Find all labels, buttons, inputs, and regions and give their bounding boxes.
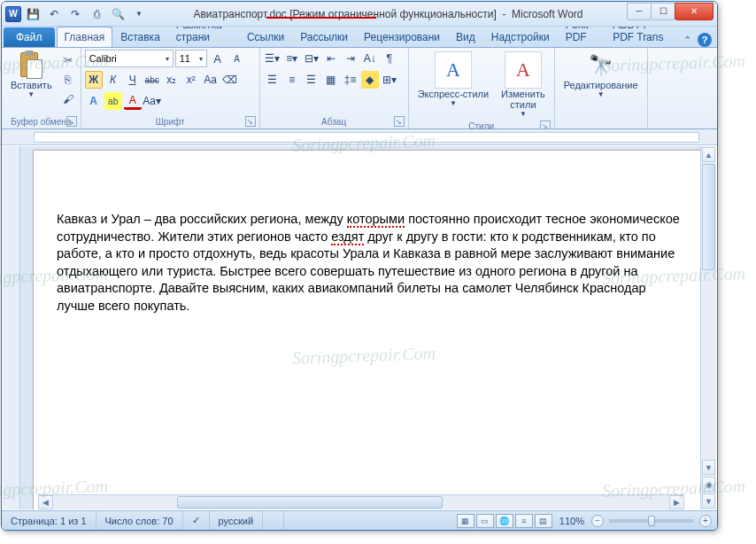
horizontal-ruler[interactable]	[2, 129, 717, 145]
view-outline-icon[interactable]: ≡	[515, 514, 533, 528]
paste-label: Вставить	[11, 80, 52, 90]
group-font: Calibri▾ 11▾ A A Ж К Ч abc x₂ x² Aa ⌫ A	[81, 48, 260, 128]
show-marks-icon[interactable]: ¶	[381, 50, 398, 67]
shading-icon[interactable]: ◆	[361, 71, 379, 89]
zoom-out-button[interactable]: −	[591, 515, 604, 527]
clear-format-icon[interactable]: ⌫	[221, 71, 239, 89]
qat-extra1-icon[interactable]: ⎙	[87, 4, 106, 24]
tab-home[interactable]: Главная	[57, 27, 113, 47]
superscript-button[interactable]: x²	[182, 71, 200, 89]
decrease-indent-icon[interactable]: ⇤	[322, 50, 340, 67]
align-right-icon[interactable]: ☰	[303, 71, 320, 89]
hscroll-thumb[interactable]	[177, 496, 443, 509]
sort-icon[interactable]: A↓	[361, 50, 379, 67]
increase-indent-icon[interactable]: ⇥	[342, 50, 359, 67]
shrink-font-icon[interactable]: A	[228, 50, 246, 67]
format-painter-icon[interactable]: 🖌	[59, 90, 77, 108]
highlight-color-icon[interactable]: ab	[104, 92, 122, 110]
status-wordcount[interactable]: Число слов: 70	[96, 511, 183, 530]
multilevel-icon[interactable]: ⊟▾	[303, 50, 320, 67]
spellcheck-word[interactable]: которыми	[347, 212, 405, 228]
group-font-label: Шрифт↘	[85, 115, 256, 128]
font-name-dropdown[interactable]: Calibri▾	[85, 50, 174, 67]
word-app-icon[interactable]: W	[5, 6, 21, 22]
view-web-icon[interactable]: 🌐	[496, 514, 513, 528]
maximize-button[interactable]: ☐	[651, 3, 675, 20]
underline-button[interactable]: Ч	[124, 71, 142, 89]
scroll-down-icon[interactable]: ▼	[702, 460, 715, 475]
numbering-icon[interactable]: ≡▾	[283, 50, 301, 67]
group-paragraph-label: Абзац↘	[264, 115, 405, 128]
minimize-ribbon-icon[interactable]: ⌃	[680, 33, 694, 47]
italic-button[interactable]: К	[104, 71, 122, 89]
status-language[interactable]: русский	[210, 511, 263, 530]
change-case-button[interactable]: Aa	[202, 71, 220, 89]
vertical-scrollbar[interactable]: ▲ ▼ ◉ ▼	[700, 146, 716, 509]
tab-review[interactable]: Рецензировани	[356, 27, 448, 47]
subscript-button[interactable]: x₂	[163, 71, 181, 89]
document-area: Кавказ и Урал – два российских региона, …	[3, 146, 716, 509]
help-icon[interactable]: ?	[698, 33, 712, 47]
bullets-icon[interactable]: ☰▾	[264, 50, 282, 67]
close-button[interactable]: ✕	[675, 3, 714, 20]
font-color-icon[interactable]: A	[124, 92, 142, 110]
group-paragraph: ☰▾ ≡▾ ⊟▾ ⇤ ⇥ A↓ ¶ ☰ ≡ ☰ ▦ ‡≡ ◆ ⊞▾	[260, 48, 409, 128]
document-text[interactable]: Кавказ и Урал – два российских региона, …	[57, 211, 680, 315]
font-size-dropdown[interactable]: 11▾	[175, 50, 207, 67]
qat-redo-icon[interactable]: ↷	[66, 4, 85, 24]
paste-button[interactable]: Вставить ▼	[5, 50, 58, 100]
bold-button[interactable]: Ж	[85, 71, 103, 89]
qat-save-icon[interactable]: 💾	[23, 4, 42, 24]
zoom-slider[interactable]	[609, 519, 694, 523]
spellcheck-word[interactable]: ездят	[331, 229, 364, 245]
strike-button[interactable]: abc	[143, 71, 161, 89]
paste-icon	[18, 51, 44, 81]
zoom-in-button[interactable]: +	[699, 515, 712, 527]
horizontal-scrollbar[interactable]: ◀ ▶	[38, 494, 684, 509]
status-proofing-icon[interactable]: ✓	[183, 511, 210, 530]
grow-font-icon[interactable]: A	[209, 50, 227, 67]
align-center-icon[interactable]: ≡	[283, 71, 301, 89]
editing-button[interactable]: 🔭 Редактирование ▼	[559, 50, 644, 100]
tab-mailings[interactable]: Рассылки	[292, 27, 356, 47]
tab-references[interactable]: Ссылки	[239, 27, 292, 47]
qat-undo-icon[interactable]: ↶	[44, 4, 64, 24]
text-effects-icon[interactable]: A	[85, 92, 103, 110]
view-print-layout-icon[interactable]: ▦	[457, 514, 474, 528]
zoom-level[interactable]: 110%	[559, 516, 584, 526]
tab-view[interactable]: Вид	[448, 27, 483, 47]
vscroll-thumb[interactable]	[702, 164, 715, 270]
vertical-ruler[interactable]	[3, 146, 20, 509]
align-left-icon[interactable]: ☰	[264, 71, 282, 89]
browse-next-icon[interactable]: ▼	[702, 493, 715, 509]
ribbon: Вставить ▼ ✂ ⎘ 🖌 Буфер обмена↘ Calibri▾ …	[2, 48, 717, 129]
status-page[interactable]: Страница: 1 из 1	[2, 511, 96, 530]
cut-icon[interactable]: ✂	[59, 51, 77, 69]
paragraph-launcher-icon[interactable]: ↘	[394, 116, 405, 127]
borders-icon[interactable]: ⊞▾	[381, 71, 398, 89]
justify-icon[interactable]: ▦	[322, 71, 340, 89]
line-spacing-icon[interactable]: ‡≡	[342, 71, 359, 89]
tab-insert[interactable]: Вставка	[112, 27, 168, 47]
editing-label: Редактирование	[564, 80, 638, 90]
browse-prev-icon[interactable]: ◉	[702, 477, 715, 492]
copy-icon[interactable]: ⎘	[59, 71, 77, 89]
view-fullscreen-icon[interactable]: ▭	[476, 514, 494, 528]
change-styles-button[interactable]: A Изменить стили ▼	[496, 50, 551, 120]
minimize-button[interactable]: ─	[627, 3, 652, 20]
scroll-up-icon[interactable]: ▲	[702, 147, 715, 162]
quick-styles-button[interactable]: A Экспресс-стили ▼	[413, 50, 494, 109]
font-launcher-icon[interactable]: ↘	[245, 116, 256, 127]
qat-customize-icon[interactable]: ▼	[129, 4, 149, 24]
font-more-icon[interactable]: Aa▾	[143, 92, 161, 110]
scroll-right-icon[interactable]: ▶	[669, 495, 684, 509]
tab-addins[interactable]: Надстройки	[483, 27, 558, 47]
status-insert-mode[interactable]	[263, 511, 284, 530]
zoom-slider-thumb[interactable]	[648, 516, 655, 526]
view-draft-icon[interactable]: ▤	[535, 514, 552, 528]
document-page[interactable]: Кавказ и Урал – два российских региона, …	[33, 150, 700, 509]
file-tab[interactable]: Файл	[4, 27, 55, 47]
qat-extra2-icon[interactable]: 🔍	[108, 4, 127, 24]
clipboard-launcher-icon[interactable]: ↘	[66, 116, 77, 127]
scroll-left-icon[interactable]: ◀	[38, 495, 53, 509]
